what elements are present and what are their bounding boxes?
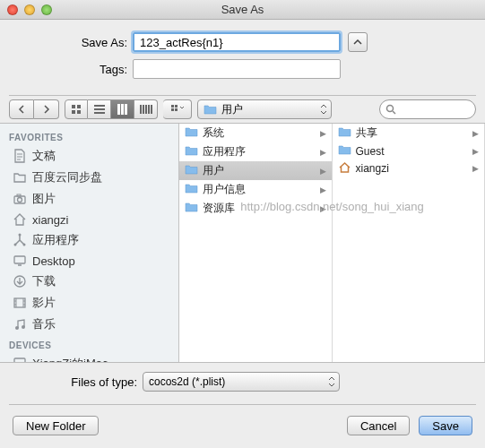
sidebar-device-XiangZi的iMac[interactable]: XiangZi的iMac [0,353,178,362]
chevron-right-icon: ▶ [472,164,479,173]
home-icon [13,212,27,227]
column-item[interactable]: 用户▶ [179,161,332,180]
view-switcher [65,99,158,119]
new-folder-button[interactable]: New Folder [13,416,99,435]
svg-rect-1 [77,105,81,108]
coverflow-view-button[interactable] [134,99,158,119]
cancel-button[interactable]: Cancel [347,416,410,435]
column-item[interactable]: 共享▶ [333,124,485,142]
chevron-right-icon: ▶ [320,167,326,176]
search-input[interactable] [379,99,476,119]
svg-point-19 [387,106,394,112]
path-popup[interactable]: 用户 [197,99,332,119]
list-view-button[interactable] [88,99,111,119]
svg-rect-13 [148,105,150,114]
svg-rect-4 [94,105,105,107]
nav-back-forward [9,99,59,119]
sidebar-item-label: xiangzi [32,213,68,227]
sidebar-item-Desktop[interactable]: Desktop [0,251,178,271]
desktop-icon [13,254,27,268]
svg-rect-5 [94,108,105,110]
search-icon [385,104,396,115]
svg-rect-0 [72,105,75,108]
svg-rect-7 [117,104,120,115]
sidebar-item-百度云同步盘[interactable]: 百度云同步盘 [0,167,178,188]
filetype-label: Files of type: [13,375,143,389]
sidebar-item-文稿[interactable]: 文稿 [0,145,178,167]
svg-point-31 [22,325,25,329]
favorites-header: FAVORITES [0,127,178,145]
icon-view-button[interactable] [65,99,88,119]
folder-icon [204,104,217,115]
svg-rect-17 [171,108,174,111]
sidebar-item-影片[interactable]: 影片 [0,292,178,314]
sidebar-item-label: 文稿 [32,148,56,164]
folder-icon [338,144,351,158]
svg-rect-3 [77,110,81,114]
chevron-right-icon: ▶ [320,204,326,213]
svg-rect-18 [175,108,178,111]
window-title: Save As [0,3,485,16]
camera-icon [13,192,27,206]
column-item-label: 共享 [356,125,377,141]
sidebar-item-label: 百度云同步盘 [32,169,102,185]
svg-line-20 [393,111,395,114]
chevron-right-icon [43,105,50,114]
saveas-input[interactable] [133,32,341,52]
sidebar-item-label: XiangZi的iMac [32,356,108,362]
svg-rect-32 [14,358,25,362]
chevron-right-icon: ▶ [320,185,326,194]
chevron-right-icon: ▶ [320,129,326,138]
imac-icon [13,357,27,362]
column-view-button[interactable] [111,99,134,119]
updown-arrows-icon [328,376,335,387]
tags-input[interactable] [133,59,341,79]
svg-rect-15 [171,105,174,108]
devices-header: DEVICES [0,335,178,353]
column-view-icon [117,104,128,115]
folder-icon [185,126,198,140]
arrange-button[interactable] [163,99,192,119]
column-1: 系统▶应用程序▶用户▶用户信息▶资源库▶ [179,124,333,362]
column-item[interactable]: Guest▶ [333,142,485,159]
folder-icon [13,170,27,185]
sidebar-item-音乐[interactable]: 音乐 [0,314,178,335]
folder-icon [185,202,198,215]
forward-button[interactable] [34,99,59,119]
sidebar-item-label: 下载 [32,273,56,289]
back-button[interactable] [9,99,34,119]
svg-rect-8 [121,104,124,115]
sidebar-item-label: 应用程序 [32,232,79,248]
expand-toggle-button[interactable] [348,32,368,52]
column-item[interactable]: 用户信息▶ [179,180,332,199]
app-icon [13,233,27,247]
home-icon [338,161,351,176]
svg-point-30 [15,326,19,330]
arrange-menu [163,99,192,119]
sidebar-item-xiangzi[interactable]: xiangzi [0,210,178,229]
path-label: 用户 [221,102,243,117]
svg-rect-12 [145,105,147,114]
column-item-label: Guest [356,145,385,158]
column-item[interactable]: 系统▶ [179,124,332,142]
column-item[interactable]: 应用程序▶ [179,142,332,161]
sidebar-item-label: 音乐 [32,316,56,332]
sidebar-item-应用程序[interactable]: 应用程序 [0,229,178,251]
folder-icon [185,164,198,177]
sidebar-item-label: 图片 [32,191,56,207]
filetype-popup[interactable]: cocos2d (*.plist) [143,372,340,392]
tags-label: Tags: [16,63,133,76]
column-item-label: 用户信息 [203,182,246,197]
column-item[interactable]: xiangzi▶ [333,159,485,177]
sidebar-item-下载[interactable]: 下载 [0,271,178,292]
titlebar: Save As [0,0,485,20]
save-button[interactable]: Save [419,416,472,435]
sidebar-item-图片[interactable]: 图片 [0,188,178,210]
updown-arrows-icon [320,104,327,115]
svg-rect-14 [151,105,152,114]
saveas-label: Save As: [16,36,133,49]
chevron-left-icon [18,105,25,114]
column-item[interactable]: 资源库▶ [179,199,332,218]
svg-point-25 [14,244,17,246]
column-item-label: 系统 [203,125,224,141]
